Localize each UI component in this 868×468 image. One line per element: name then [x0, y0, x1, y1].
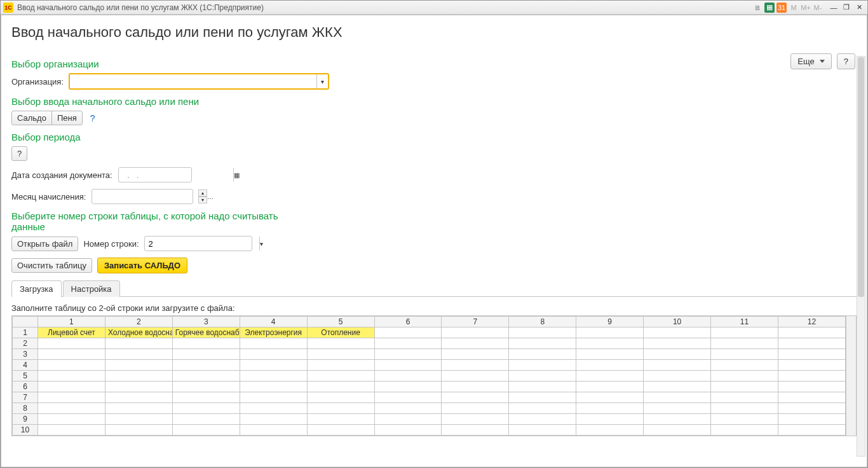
- cell[interactable]: [442, 382, 509, 392]
- cell[interactable]: Лицевой счет: [38, 327, 105, 338]
- row-number-input[interactable]: [145, 237, 259, 251]
- window-minimize-icon[interactable]: —: [828, 3, 839, 13]
- cell[interactable]: [442, 425, 509, 436]
- cell[interactable]: [374, 338, 442, 349]
- cell[interactable]: [644, 327, 711, 338]
- cell[interactable]: [374, 371, 442, 382]
- cell[interactable]: Холодное водоснабжение: [105, 327, 172, 338]
- cell[interactable]: [442, 338, 509, 349]
- cell[interactable]: [38, 371, 105, 382]
- cell[interactable]: [509, 392, 576, 403]
- cell[interactable]: [38, 338, 105, 349]
- memory-m[interactable]: M: [789, 3, 799, 13]
- cell[interactable]: [576, 338, 644, 349]
- cell[interactable]: [509, 382, 576, 392]
- cell[interactable]: [105, 425, 172, 436]
- col-header[interactable]: 2: [105, 317, 172, 327]
- cell[interactable]: [374, 425, 442, 436]
- cell[interactable]: [240, 349, 307, 360]
- doc-date-field[interactable]: ▦: [118, 167, 192, 182]
- col-header[interactable]: 8: [509, 317, 576, 327]
- cell[interactable]: [711, 403, 778, 414]
- col-header[interactable]: 12: [778, 317, 845, 327]
- cell[interactable]: [711, 338, 778, 349]
- titlebar-calendar-icon[interactable]: 31: [776, 3, 787, 13]
- cell[interactable]: Электроэнергия: [240, 327, 307, 338]
- cell[interactable]: [644, 382, 711, 392]
- mode-penya-button[interactable]: Пеня: [51, 111, 83, 125]
- cell[interactable]: [778, 425, 845, 436]
- cell[interactable]: [105, 349, 172, 360]
- open-file-button[interactable]: Открыть файл: [11, 237, 78, 251]
- row-header[interactable]: 10: [13, 425, 38, 436]
- row-number-dropdown-icon[interactable]: ▾: [259, 237, 263, 251]
- cell[interactable]: [172, 349, 240, 360]
- cell[interactable]: [172, 414, 240, 425]
- cell[interactable]: [576, 436, 644, 436]
- accrual-month-ellipsis-icon[interactable]: …: [207, 189, 214, 203]
- stepper-up-icon[interactable]: ▲: [198, 189, 207, 196]
- cell[interactable]: [509, 425, 576, 436]
- window-maximize-icon[interactable]: ❐: [841, 3, 852, 13]
- col-header[interactable]: 11: [711, 317, 778, 327]
- cell[interactable]: [711, 360, 778, 371]
- col-header[interactable]: 10: [644, 317, 711, 327]
- cell[interactable]: [172, 425, 240, 436]
- cell[interactable]: [576, 425, 644, 436]
- cell[interactable]: [374, 349, 442, 360]
- cell[interactable]: [307, 349, 374, 360]
- cell[interactable]: [307, 392, 374, 403]
- cell[interactable]: [644, 338, 711, 349]
- cell[interactable]: [307, 414, 374, 425]
- cell[interactable]: [778, 371, 845, 382]
- cell[interactable]: [442, 349, 509, 360]
- page-scrollbar-thumb[interactable]: [858, 57, 864, 297]
- cell[interactable]: [711, 349, 778, 360]
- cell[interactable]: [240, 392, 307, 403]
- doc-date-input[interactable]: [119, 168, 233, 182]
- cell[interactable]: [509, 371, 576, 382]
- cell[interactable]: [105, 371, 172, 382]
- cell[interactable]: [172, 403, 240, 414]
- row-number-combo[interactable]: ▾: [144, 236, 252, 251]
- doc-date-calendar-icon[interactable]: ▦: [233, 168, 240, 182]
- row-header[interactable]: 9: [13, 414, 38, 425]
- cell[interactable]: [711, 425, 778, 436]
- cell[interactable]: [307, 382, 374, 392]
- titlebar-doc-icon[interactable]: 🗎: [752, 3, 763, 13]
- cell[interactable]: [576, 414, 644, 425]
- col-header[interactable]: 3: [172, 317, 240, 327]
- cell[interactable]: [644, 392, 711, 403]
- cell[interactable]: [240, 371, 307, 382]
- organization-input[interactable]: [70, 74, 316, 88]
- cell[interactable]: [576, 371, 644, 382]
- cell[interactable]: [38, 425, 105, 436]
- col-header[interactable]: 5: [307, 317, 374, 327]
- cell[interactable]: [240, 360, 307, 371]
- cell[interactable]: [172, 371, 240, 382]
- titlebar-calc-icon[interactable]: ▦: [764, 3, 775, 13]
- col-header[interactable]: 4: [240, 317, 307, 327]
- cell[interactable]: [576, 382, 644, 392]
- row-header[interactable]: 5: [13, 371, 38, 382]
- cell[interactable]: [105, 414, 172, 425]
- row-header[interactable]: 7: [13, 392, 38, 403]
- cell[interactable]: [509, 349, 576, 360]
- cell[interactable]: [442, 392, 509, 403]
- cell[interactable]: [711, 382, 778, 392]
- cell[interactable]: [172, 360, 240, 371]
- row-header[interactable]: 3: [13, 349, 38, 360]
- cell[interactable]: [38, 403, 105, 414]
- cell[interactable]: [711, 436, 778, 436]
- cell[interactable]: [38, 360, 105, 371]
- cell[interactable]: [644, 349, 711, 360]
- cell[interactable]: Горячее водоснабжение: [172, 327, 240, 338]
- clear-table-button[interactable]: Очистить таблицу: [11, 258, 92, 273]
- cell[interactable]: [105, 338, 172, 349]
- cell[interactable]: [576, 327, 644, 338]
- write-saldo-button[interactable]: Записать САЛЬДО: [97, 258, 187, 273]
- cell[interactable]: [442, 414, 509, 425]
- cell[interactable]: [105, 436, 172, 436]
- cell[interactable]: [307, 436, 374, 436]
- cell[interactable]: [778, 436, 845, 436]
